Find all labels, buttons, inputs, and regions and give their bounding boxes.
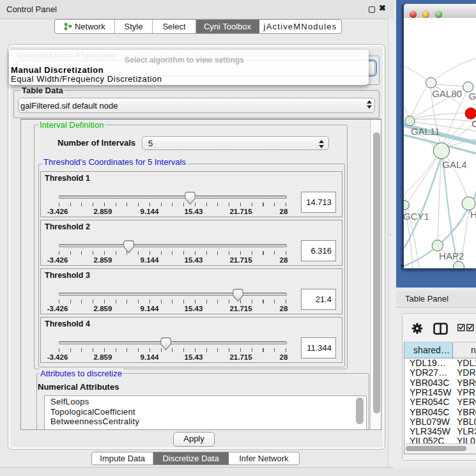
svg-text:GCY1: GCY1 xyxy=(404,211,429,222)
svg-text:GAL11: GAL11 xyxy=(411,126,440,137)
svg-text:HAP2: HAP2 xyxy=(439,250,464,261)
svg-text:HI: HI xyxy=(470,209,476,220)
svg-text:GAL80: GAL80 xyxy=(432,88,462,99)
svg-text:GAL4: GAL4 xyxy=(442,159,466,170)
svg-text:CD: CD xyxy=(472,118,476,129)
svg-text:GA: GA xyxy=(469,91,476,102)
